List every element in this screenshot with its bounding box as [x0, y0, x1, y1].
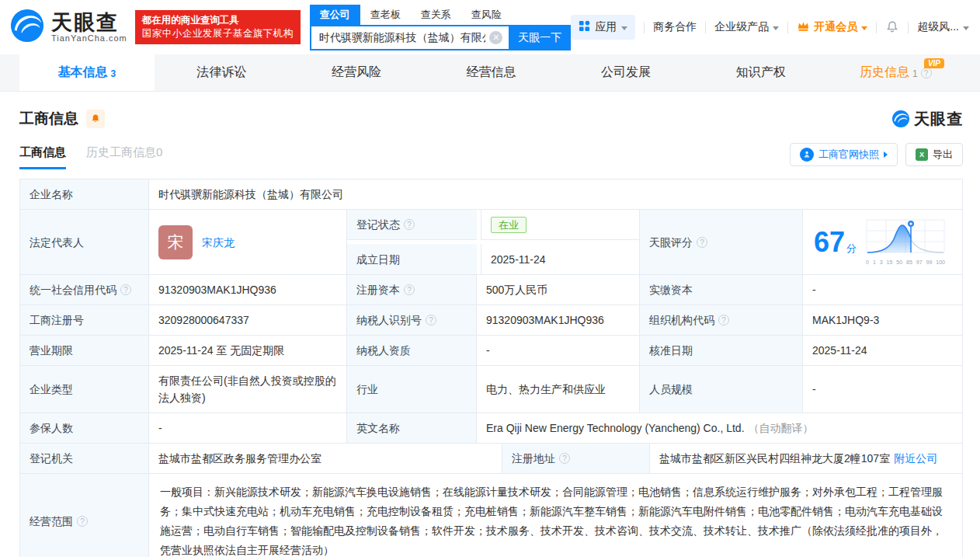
divider [705, 22, 706, 33]
apps-menu[interactable]: 应用 [571, 15, 635, 40]
score-number: 67 [814, 226, 845, 258]
address-value: 盐城市盐都区新区兴民村四组神龙大厦2幢107室 附近公司 [649, 444, 962, 473]
insured-label: 参保人数 [20, 413, 148, 443]
label-text: 成立日期 [356, 251, 400, 268]
business-term-label: 营业期限 [20, 336, 148, 365]
watermark-logo: 天眼查 [891, 109, 963, 130]
search-button[interactable]: 天眼一下 [509, 25, 571, 50]
search-tab-boss[interactable]: 查老板 [360, 5, 411, 25]
nearby-companies-link[interactable]: 附近公司 [894, 450, 937, 467]
label-text: 经营范围 [30, 513, 73, 530]
tab-legal-proceedings[interactable]: 法律诉讼 [155, 54, 290, 91]
reg-status-value: 在业 [481, 210, 639, 240]
chevron-down-icon [773, 26, 779, 30]
label-text: 组织机构代码 [649, 312, 714, 329]
help-icon[interactable]: ? [404, 219, 415, 230]
reg-authority-value: 盐城市盐都区政务服务管理办公室 [148, 444, 502, 473]
excel-icon: X [916, 148, 928, 161]
search-tab-risk[interactable]: 查风险 [461, 5, 512, 25]
search-tab-relation[interactable]: 查关系 [411, 5, 461, 25]
org-code-label: 组织机构代码 ? [639, 305, 802, 335]
taxpayer-id-value: 91320903MAK1JHQ936 [476, 305, 639, 335]
staff-size-label: 人员规模 [639, 366, 802, 413]
help-icon[interactable]: ? [77, 516, 88, 527]
help-icon[interactable]: ? [921, 68, 932, 78]
search-input[interactable] [311, 32, 509, 44]
help-icon[interactable]: ? [426, 315, 436, 325]
status-badge: 在业 [491, 217, 526, 233]
tab-basic-info[interactable]: 基本信息 3 [19, 54, 155, 91]
score-label: 天眼评分 ? [639, 210, 802, 274]
divider [644, 22, 645, 33]
subtab-history-info[interactable]: 历史工商信息0 [86, 145, 162, 169]
enterprise-label: 企业级产品 [714, 20, 769, 34]
table-row-reg-number: 工商注册号 320928000647337 纳税人识别号 ? 91320903M… [20, 305, 962, 336]
table-row-company-type: 企业类型 有限责任公司(非自然人投资或控股的法人独资) 行业 电力、热力生产和供… [20, 366, 962, 413]
header-nav: 应用 商务合作 企业级产品 开通会员 [571, 15, 969, 40]
super-risk-menu[interactable]: 超级风... [917, 20, 969, 34]
score-distribution-chart: 01 315 5085 9799 100 [866, 219, 945, 266]
score-value[interactable]: 67分 [802, 210, 962, 274]
paid-capital-label: 实缴资本 [639, 275, 802, 305]
address-label: 注册地址 ? [502, 444, 649, 473]
address-text: 盐城市盐都区新区兴民村四组神龙大厦2幢107室 [659, 450, 890, 467]
business-term-value: 2025-11-24 至 无固定期限 [148, 336, 346, 365]
paid-capital-value: - [802, 275, 962, 305]
notifications-button[interactable] [885, 20, 899, 34]
table-row-business-scope: 经营范围 ? 一般项目：新兴能源技术研发；新能源汽车换电设施销售；在线能源计量技… [20, 474, 962, 557]
subtabs: 工商信息 历史工商信息0 [19, 145, 162, 169]
export-button[interactable]: X 导出 [905, 143, 963, 166]
super-risk-label: 超级风... [917, 20, 959, 34]
help-icon[interactable]: ? [559, 453, 570, 464]
business-cooperation-link[interactable]: 商务合作 [653, 20, 697, 34]
org-code-value: MAK1JHQ9-3 [802, 305, 962, 335]
arrow-right-icon [884, 151, 888, 158]
cooperation-label: 商务合作 [653, 20, 697, 34]
export-label: 导出 [933, 148, 953, 162]
table-row-business-term: 营业期限 2025-11-24 至 无固定期限 纳税人资质 - 核准日期 202… [20, 336, 962, 366]
staff-size-value: - [802, 366, 962, 413]
taxpayer-quality-value: - [476, 336, 639, 365]
apps-label: 应用 [595, 20, 617, 34]
enterprise-products-menu[interactable]: 企业级产品 [714, 20, 779, 34]
monitor-bell-button[interactable] [86, 110, 105, 128]
reg-status-label: 登记状态 ? [347, 210, 477, 240]
reg-authority-label: 登记机关 [20, 444, 148, 473]
tianyancha-logo[interactable]: 天眼查 TianYanCha.com [9, 8, 127, 47]
tab-label: 知识产权 [736, 64, 786, 81]
label-text: 天眼评分 [649, 234, 693, 251]
help-icon[interactable]: ? [120, 284, 131, 295]
est-date-value: 2025-11-24 [481, 244, 639, 274]
reg-capital-value: 500万人民币 [476, 275, 639, 305]
reg-number-value: 320928000647337 [148, 305, 346, 335]
tab-label: 法律诉讼 [196, 64, 246, 81]
company-page-tabs: 基本信息 3 法律诉讼 经营风险 经营信息 公司发展 知识产权 VIP 历史信息… [0, 54, 980, 92]
help-icon[interactable]: ? [718, 315, 729, 325]
search-tab-company[interactable]: 查公司 [310, 5, 360, 25]
open-vip-menu[interactable]: 开通会员 [797, 20, 867, 34]
tianyancha-eye-icon [891, 110, 910, 128]
help-icon[interactable]: ? [697, 237, 707, 248]
stamp-icon [800, 148, 814, 162]
tab-label: 经营信息 [467, 64, 516, 81]
help-icon[interactable]: ? [404, 284, 415, 295]
subtab-current-info[interactable]: 工商信息 [19, 145, 66, 169]
snapshot-label: 工商官网快照 [818, 148, 879, 162]
slogan-line2: 国家中小企业发展子基金旗下机构 [142, 27, 294, 40]
chevron-down-icon [963, 26, 969, 30]
legal-rep-link[interactable]: 宋庆龙 [202, 234, 235, 251]
tab-intellectual-property[interactable]: 知识产权 [693, 54, 829, 91]
tab-history-info[interactable]: VIP 历史信息 1 ? [828, 54, 963, 91]
tab-business-info[interactable]: 经营信息 [424, 54, 559, 91]
avatar[interactable]: 宋 [158, 225, 193, 259]
slogan-line1: 都在用的商业查询工具 [142, 14, 294, 27]
english-name-label: 英文名称 [346, 413, 476, 443]
official-snapshot-button[interactable]: 工商官网快照 [790, 143, 898, 166]
label-text: 注册资本 [356, 281, 400, 298]
label-text: 注册地址 [512, 450, 555, 467]
tab-label: 经营风险 [332, 64, 381, 81]
tab-operation-risk[interactable]: 经营风险 [289, 54, 424, 91]
tab-company-development[interactable]: 公司发展 [558, 54, 693, 91]
english-name-text: Era Qiji New Energy Technology (Yancheng… [486, 419, 745, 437]
chart-axis-ticks: 01 315 5085 9799 100 [866, 259, 945, 266]
